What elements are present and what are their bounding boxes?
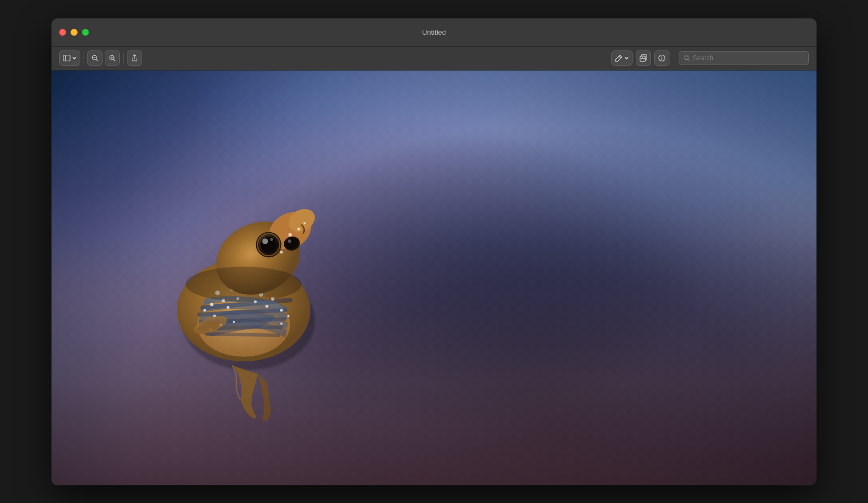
svg-point-37 bbox=[280, 309, 283, 311]
search-icon bbox=[684, 55, 690, 61]
svg-point-40 bbox=[287, 315, 289, 317]
svg-point-64 bbox=[288, 239, 291, 243]
minimize-button[interactable] bbox=[71, 29, 78, 36]
search-input[interactable] bbox=[693, 54, 804, 62]
zoom-in-icon bbox=[108, 54, 116, 62]
separator-2 bbox=[123, 53, 124, 63]
svg-point-49 bbox=[288, 233, 291, 237]
chevron-down-small-icon bbox=[624, 56, 629, 60]
svg-rect-0 bbox=[63, 55, 70, 61]
close-button[interactable] bbox=[59, 29, 66, 36]
toolbar-left bbox=[59, 50, 142, 66]
app-window: Untitled bbox=[52, 18, 816, 485]
zoom-out-button[interactable] bbox=[87, 50, 103, 66]
svg-point-35 bbox=[210, 303, 213, 306]
svg-point-12 bbox=[642, 58, 643, 59]
image-area bbox=[52, 71, 816, 485]
svg-line-17 bbox=[688, 59, 690, 61]
info-button[interactable] bbox=[654, 50, 669, 66]
zoom-in-button[interactable] bbox=[105, 50, 120, 66]
pen-icon bbox=[615, 54, 623, 62]
search-bar[interactable] bbox=[679, 51, 809, 65]
maximize-button[interactable] bbox=[82, 29, 89, 36]
svg-line-6 bbox=[113, 59, 115, 61]
zoom-out-icon bbox=[91, 54, 99, 62]
fish-svg-container bbox=[113, 145, 404, 435]
svg-point-36 bbox=[226, 306, 229, 309]
fish-image bbox=[52, 71, 816, 485]
chevron-down-icon bbox=[72, 56, 76, 60]
copy-image-button[interactable] bbox=[636, 50, 651, 66]
separator-1 bbox=[84, 53, 84, 63]
info-icon bbox=[658, 54, 666, 62]
titlebar: Untitled bbox=[52, 18, 816, 47]
svg-point-55 bbox=[280, 251, 283, 253]
svg-point-42 bbox=[233, 321, 235, 323]
separator-3 bbox=[674, 53, 674, 63]
copy-image-icon bbox=[640, 54, 647, 62]
markup-button[interactable] bbox=[611, 50, 633, 66]
svg-point-50 bbox=[297, 227, 300, 230]
puffer-fish-svg bbox=[113, 145, 404, 435]
toolbar bbox=[52, 47, 816, 71]
svg-line-3 bbox=[96, 59, 98, 61]
share-icon bbox=[131, 54, 138, 62]
svg-point-60 bbox=[270, 238, 273, 241]
traffic-lights bbox=[59, 29, 89, 36]
share-button[interactable] bbox=[127, 50, 142, 66]
svg-point-39 bbox=[203, 309, 206, 311]
sidebar-icon bbox=[63, 54, 71, 62]
svg-point-53 bbox=[303, 222, 305, 224]
toolbar-right bbox=[611, 50, 809, 66]
svg-point-67 bbox=[186, 267, 302, 302]
window-title: Untitled bbox=[422, 28, 446, 36]
svg-point-16 bbox=[685, 56, 688, 60]
svg-point-34 bbox=[265, 305, 268, 308]
sidebar-toggle-button[interactable] bbox=[59, 50, 80, 66]
svg-point-44 bbox=[280, 322, 282, 324]
svg-point-15 bbox=[661, 56, 662, 57]
svg-line-10 bbox=[619, 56, 621, 59]
svg-point-58 bbox=[260, 237, 277, 253]
svg-point-59 bbox=[262, 238, 268, 244]
